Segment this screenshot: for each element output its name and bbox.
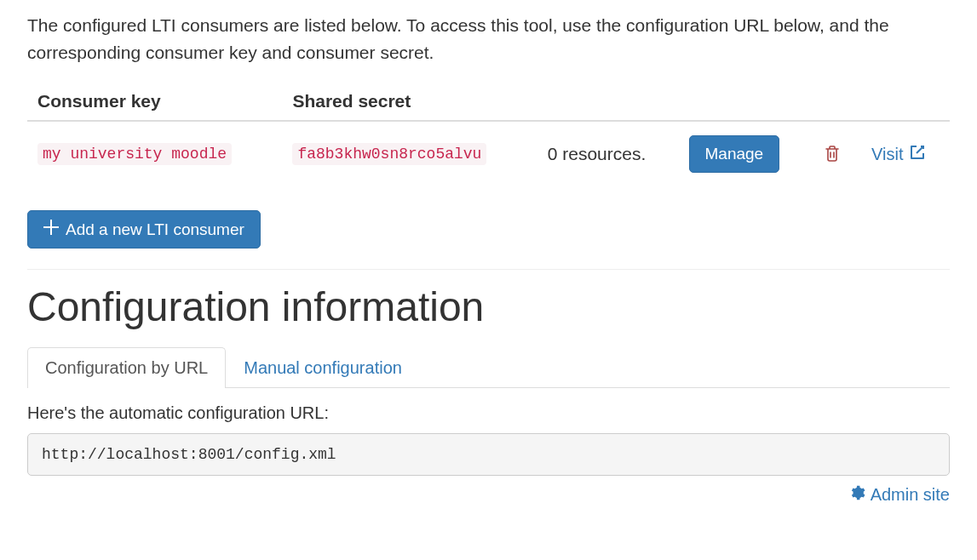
config-description: Here's the automatic configuration URL: <box>27 403 950 423</box>
col-shared-secret: Shared secret <box>282 83 537 121</box>
config-url-box: http://localhost:8001/config.xml <box>27 433 950 476</box>
admin-site-label: Admin site <box>871 485 950 505</box>
divider <box>27 269 950 270</box>
consumer-key-value: my university moodle <box>37 143 232 165</box>
add-consumer-button[interactable]: Add a new LTI consumer <box>27 210 261 249</box>
consumers-table: Consumer key Shared secret my university… <box>27 83 950 186</box>
section-title: Configuration information <box>27 283 950 330</box>
admin-site-link[interactable]: Admin site <box>848 484 950 506</box>
visit-link[interactable]: Visit <box>871 144 925 165</box>
tab-config-url[interactable]: Configuration by URL <box>27 347 226 388</box>
plus-icon <box>43 220 59 239</box>
manage-button[interactable]: Manage <box>689 135 780 173</box>
resources-count: 0 resources. <box>548 144 647 163</box>
external-link-icon <box>909 144 926 165</box>
col-consumer-key: Consumer key <box>27 83 282 121</box>
tab-config-manual[interactable]: Manual configuration <box>226 347 420 388</box>
intro-text: The configured LTI consumers are listed … <box>27 12 950 66</box>
visit-label: Visit <box>871 145 903 164</box>
gear-icon <box>848 484 865 506</box>
trash-icon <box>825 145 840 164</box>
config-tabs: Configuration by URL Manual configuratio… <box>27 347 950 388</box>
add-consumer-label: Add a new LTI consumer <box>66 220 244 239</box>
shared-secret-value: fa8b3khw0sn8rco5alvu <box>292 143 486 165</box>
table-row: my university moodle fa8b3khw0sn8rco5alv… <box>27 121 950 186</box>
delete-button[interactable] <box>821 141 843 168</box>
